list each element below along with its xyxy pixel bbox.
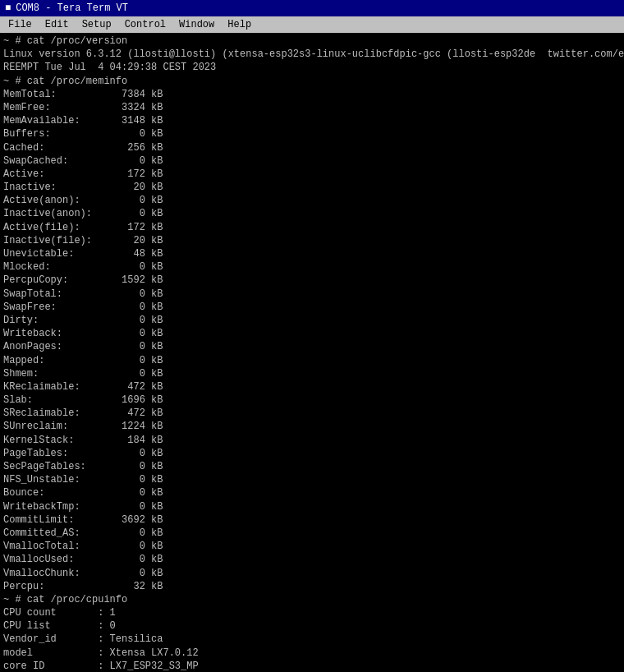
- menu-item-setup[interactable]: Setup: [76, 17, 118, 32]
- menu-item-file[interactable]: File: [2, 17, 39, 32]
- menu-item-edit[interactable]: Edit: [39, 17, 76, 32]
- menu-item-control[interactable]: Control: [118, 17, 172, 32]
- terminal[interactable]: ~ # cat /proc/version Linux version 6.3.…: [0, 33, 624, 672]
- title-bar-text: COM8 - Tera Term VT: [16, 2, 128, 14]
- title-bar: ■ COM8 - Tera Term VT: [0, 0, 624, 16]
- menu-item-help[interactable]: Help: [221, 17, 258, 32]
- title-bar-icon: ■: [5, 2, 11, 14]
- menu-bar: FileEditSetupControlWindowHelp: [0, 16, 624, 33]
- menu-item-window[interactable]: Window: [172, 17, 221, 32]
